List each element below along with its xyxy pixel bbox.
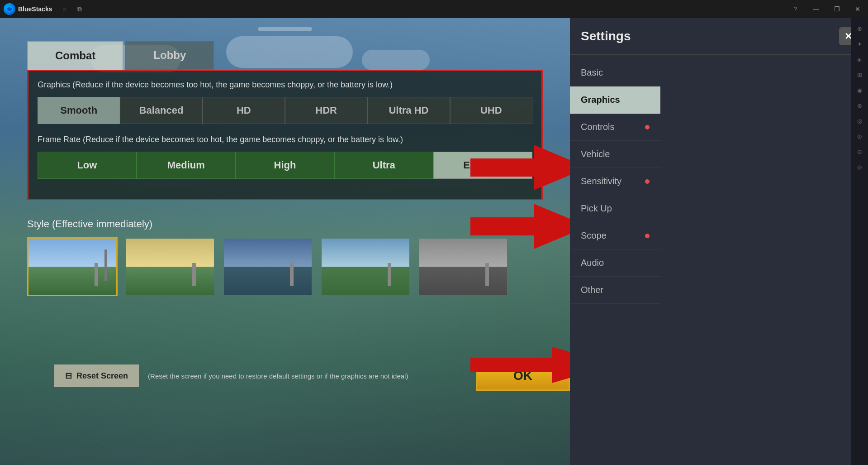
- arrow-framerate: [470, 204, 570, 251]
- nav-item-audio[interactable]: Audio: [570, 249, 660, 277]
- reset-label: Reset Screen: [76, 371, 128, 381]
- nav-label-other: Other: [581, 285, 603, 295]
- sidebar-icon-8[interactable]: ⊘: [853, 129, 866, 143]
- sidebar-icon-5[interactable]: ◉: [853, 83, 866, 97]
- tab-combat[interactable]: Combat: [27, 41, 123, 70]
- nav-label-pickup: Pick Up: [581, 203, 612, 214]
- graphics-settings-box: Graphics (Reduce if the device becomes t…: [27, 70, 543, 200]
- quality-ultra-hd[interactable]: Ultra HD: [367, 97, 450, 124]
- reset-note: (Reset the screen if you need to restore…: [148, 372, 467, 380]
- svg-marker-2: [470, 145, 570, 190]
- game-settings-overlay: Combat Lobby Graphics (Reduce if the dev…: [27, 41, 543, 394]
- style-label: Style (Effective immediately): [27, 218, 543, 230]
- settings-panel: Settings ✕ Basic Graphics Controls Vehic…: [570, 18, 868, 465]
- app-name: BlueStacks: [18, 5, 52, 13]
- framerate-high[interactable]: High: [236, 152, 335, 179]
- multi-instance-icon[interactable]: ⧉: [73, 2, 86, 16]
- quality-hd[interactable]: HD: [203, 97, 285, 124]
- sidebar-icon-7[interactable]: ◎: [853, 114, 866, 128]
- framerate-low[interactable]: Low: [38, 152, 137, 179]
- help-icon[interactable]: ?: [788, 2, 802, 16]
- nav-item-vehicle[interactable]: Vehicle: [570, 141, 660, 168]
- scroll-indicator: [258, 27, 312, 31]
- close-button[interactable]: ✕: [847, 0, 868, 18]
- nav-item-controls[interactable]: Controls: [570, 114, 660, 141]
- titlebar: BlueStacks ⌂ ⧉ ? — ❐ ✕: [0, 0, 868, 18]
- nav-label-graphics: Graphics: [581, 95, 620, 105]
- nav-item-scope[interactable]: Scope: [570, 222, 660, 249]
- settings-body: Basic Graphics Controls Vehicle Sensitiv…: [570, 55, 868, 465]
- sidebar-icon-9[interactable]: ⊙: [853, 145, 866, 158]
- svg-marker-3: [470, 204, 570, 249]
- nav-label-vehicle: Vehicle: [581, 149, 610, 159]
- controls-dot: [645, 125, 650, 129]
- sensitivity-dot: [645, 179, 650, 184]
- tab-lobby[interactable]: Lobby: [125, 41, 214, 70]
- settings-title: Settings: [581, 29, 631, 43]
- game-area: Combat Lobby Graphics (Reduce if the dev…: [0, 18, 570, 465]
- nav-item-other[interactable]: Other: [570, 277, 660, 304]
- quality-uhd[interactable]: UHD: [450, 97, 532, 124]
- settings-nav: Basic Graphics Controls Vehicle Sensitiv…: [570, 55, 660, 465]
- graphics-label: Graphics (Reduce if the device becomes t…: [38, 80, 532, 90]
- window-controls: ? — ❐ ✕: [788, 0, 868, 18]
- framerate-medium[interactable]: Medium: [137, 152, 236, 179]
- style-thumb-4[interactable]: [320, 237, 411, 296]
- style-thumb-2[interactable]: [125, 237, 215, 296]
- sidebar-icon-10[interactable]: ⊚: [853, 160, 866, 174]
- home-icon[interactable]: ⌂: [57, 2, 71, 16]
- quality-hdr[interactable]: HDR: [285, 97, 367, 124]
- sidebar-icon-4[interactable]: ⊞: [853, 68, 866, 81]
- reset-screen-button[interactable]: ⊟ Reset Screen: [54, 364, 139, 387]
- style-thumbnails: [27, 237, 543, 296]
- app-icon: [4, 3, 15, 15]
- nav-item-basic[interactable]: Basic: [570, 59, 660, 86]
- sidebar-icon-1[interactable]: ⊕: [853, 22, 866, 35]
- nav-item-sensitivity[interactable]: Sensitivity: [570, 168, 660, 195]
- arrow-ok: [470, 347, 570, 385]
- minimize-button[interactable]: —: [806, 0, 826, 18]
- sidebar-icon-2[interactable]: ✦: [853, 37, 866, 51]
- framerate-row: Low Medium High Ultra Extreme: [38, 152, 532, 179]
- style-section: Style (Effective immediately): [27, 214, 543, 301]
- graphics-quality-row: Smooth Balanced HD HDR Ultra HD UHD: [38, 97, 532, 124]
- sidebar-icon-3[interactable]: ◈: [853, 53, 866, 66]
- restore-button[interactable]: ❐: [826, 0, 847, 18]
- scope-dot: [645, 234, 650, 238]
- nav-item-pickup[interactable]: Pick Up: [570, 195, 660, 222]
- nav-label-sensitivity: Sensitivity: [581, 176, 621, 187]
- svg-marker-4: [470, 347, 570, 383]
- quality-balanced[interactable]: Balanced: [120, 97, 202, 124]
- nav-item-graphics[interactable]: Graphics: [570, 86, 660, 114]
- quality-smooth[interactable]: Smooth: [38, 97, 120, 124]
- nav-icons: ⌂ ⧉: [57, 2, 86, 16]
- framerate-label: Frame Rate (Reduce if the device becomes…: [38, 135, 532, 144]
- sidebar-icon-6[interactable]: ⊛: [853, 99, 866, 112]
- framerate-ultra[interactable]: Ultra: [334, 152, 433, 179]
- nav-label-scope: Scope: [581, 230, 607, 241]
- arrow-graphics: [470, 145, 570, 192]
- tabs-row: Combat Lobby: [27, 41, 543, 70]
- reset-icon: ⊟: [65, 371, 72, 381]
- settings-header: Settings ✕: [570, 18, 868, 55]
- sidebar-right: ⊕ ✦ ◈ ⊞ ◉ ⊛ ◎ ⊘ ⊙ ⊚: [851, 18, 868, 465]
- style-thumb-1[interactable]: [27, 237, 118, 296]
- nav-label-basic: Basic: [581, 67, 603, 78]
- nav-label-controls: Controls: [581, 122, 614, 132]
- style-thumb-3[interactable]: [223, 237, 313, 296]
- app-logo: BlueStacks: [4, 3, 52, 15]
- nav-label-audio: Audio: [581, 258, 604, 268]
